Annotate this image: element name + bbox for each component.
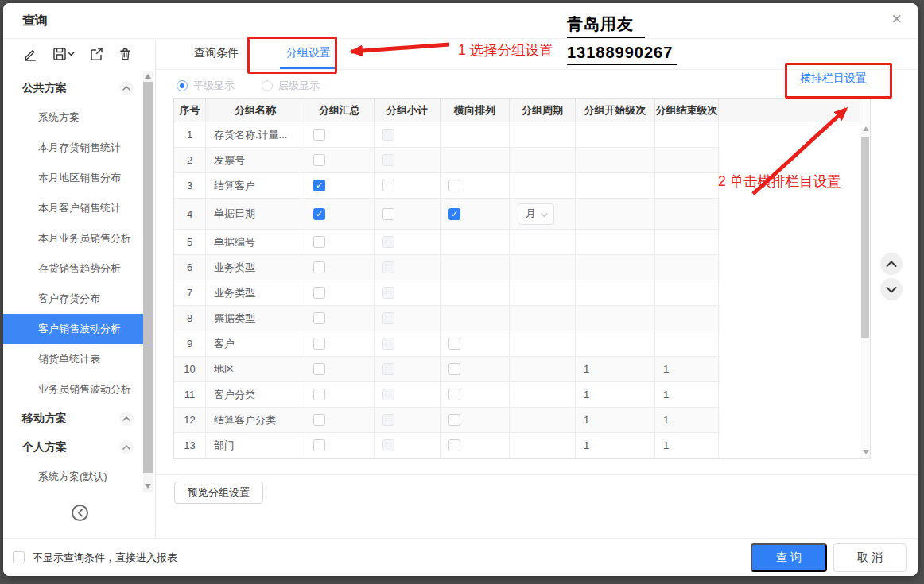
row-index-cell: 10 (174, 357, 206, 381)
group-subtotal-checkbox[interactable] (382, 180, 394, 191)
group-period-cell (510, 280, 576, 305)
table-cell (441, 306, 510, 331)
title-bar: 查询 × (3, 3, 918, 39)
scroll-down-icon[interactable] (863, 450, 869, 454)
group-summary-checkbox[interactable] (313, 129, 325, 141)
group-name-cell: 存货名称.计量... (206, 122, 305, 147)
group-summary-checkbox[interactable] (313, 389, 325, 400)
scroll-up-icon[interactable] (863, 126, 869, 131)
group-period-cell: 月 (510, 199, 576, 229)
chevron-down-icon (886, 286, 897, 293)
close-icon[interactable]: × (891, 10, 902, 28)
group-subtotal-checkbox (382, 129, 394, 141)
preview-grouping-button[interactable]: 预览分组设置 (174, 482, 263, 504)
radio-unselected-icon[interactable] (262, 80, 273, 91)
scheme-section-header[interactable]: 移动方案 (3, 404, 143, 433)
export-icon[interactable] (88, 46, 104, 62)
horizontal-arrange-checkbox[interactable] (448, 363, 460, 375)
group-name-cell: 单据编号 (206, 230, 305, 254)
end-level-cell: 1 (655, 382, 719, 407)
group-summary-checkbox[interactable]: ✓ (313, 208, 325, 220)
move-row-down-button[interactable] (880, 278, 903, 300)
sidebar-item[interactable]: 业务员销售波动分析 (3, 374, 143, 404)
sidebar-item[interactable]: 本月客户销售统计 (3, 193, 143, 223)
sidebar-scrollbar[interactable] (143, 71, 153, 492)
column-header: 分组汇总 (305, 99, 375, 122)
end-level-cell: 1 (655, 357, 719, 381)
scrollbar-thumb[interactable] (861, 137, 869, 338)
group-summary-checkbox[interactable]: ✓ (313, 180, 325, 191)
table-cell (441, 280, 510, 305)
table-cell (305, 382, 375, 407)
scrollbar-thumb[interactable] (143, 82, 153, 473)
move-row-up-button[interactable] (880, 253, 903, 275)
scheme-section-header[interactable]: 个人方案 (3, 433, 143, 462)
table-cell (305, 331, 375, 356)
sidebar-item[interactable]: 本月业务员销售分析 (3, 223, 143, 253)
edit-icon[interactable] (23, 46, 38, 62)
sidebar-item[interactable]: 本月存货销售统计 (3, 133, 143, 163)
table-cell (305, 306, 375, 331)
group-subtotal-checkbox (382, 287, 394, 299)
radio-hierarchy-display[interactable]: 层级显示 (262, 79, 320, 93)
sidebar-item[interactable]: 客户销售波动分析 (3, 314, 143, 344)
sidebar-item[interactable]: 系统方案(默认) (3, 462, 143, 490)
table-cell (305, 357, 375, 381)
cancel-button[interactable]: 取 消 (833, 543, 907, 572)
start-level-cell (576, 148, 655, 172)
group-summary-checkbox[interactable] (313, 154, 325, 166)
chevron-up-icon[interactable] (119, 440, 134, 454)
horizontal-arrange-checkbox[interactable] (448, 439, 460, 451)
table-scrollbar[interactable] (860, 99, 870, 458)
table-cell (305, 122, 375, 147)
scroll-up-icon[interactable] (145, 74, 151, 79)
group-subtotal-checkbox[interactable] (382, 208, 394, 220)
row-index-cell: 8 (174, 306, 206, 331)
dialog-title: 查询 (22, 13, 48, 29)
period-select[interactable]: 月 (518, 203, 554, 225)
sidebar-item[interactable]: 系统方案 (3, 102, 143, 133)
radio-flat-display[interactable]: 平级显示 (177, 79, 235, 93)
query-button[interactable]: 查 询 (751, 543, 827, 572)
scheme-section-header[interactable]: 公共方案 (3, 74, 143, 102)
group-period-cell (510, 331, 576, 356)
save-icon[interactable] (52, 46, 75, 62)
start-level-cell: 1 (576, 433, 655, 458)
group-name-cell: 单据日期 (206, 199, 305, 229)
horizontal-arrange-checkbox[interactable] (448, 180, 460, 191)
sidebar-item[interactable]: 客户存货分布 (3, 284, 143, 314)
group-summary-checkbox[interactable] (313, 363, 325, 375)
horizontal-arrange-checkbox[interactable] (448, 338, 460, 350)
sidebar-collapse-button[interactable] (72, 505, 88, 521)
group-summary-checkbox[interactable] (313, 338, 325, 350)
group-summary-checkbox[interactable] (313, 236, 325, 248)
horizontal-columns-settings-link[interactable]: 横排栏目设置 (800, 72, 867, 86)
table-row: 3结算客户✓ (174, 173, 720, 199)
group-summary-checkbox[interactable] (313, 414, 325, 426)
horizontal-arrange-checkbox[interactable]: ✓ (448, 208, 460, 220)
sidebar-item[interactable]: 销货单统计表 (3, 344, 143, 374)
chevron-up-icon[interactable] (119, 412, 134, 426)
row-index-cell: 7 (174, 280, 206, 305)
table-cell (441, 173, 510, 198)
tab-group-settings[interactable]: 分组设置 (280, 39, 337, 69)
group-summary-checkbox[interactable] (313, 312, 325, 324)
period-value: 月 (526, 207, 536, 221)
table-row: 2发票号 (174, 148, 720, 173)
tab-query-conditions[interactable]: 查询条件 (188, 39, 245, 69)
skip-conditions-checkbox[interactable] (13, 551, 25, 563)
group-name-cell: 业务类型 (206, 280, 305, 305)
row-index-cell: 2 (174, 148, 206, 172)
radio-selected-icon[interactable] (177, 80, 188, 91)
sidebar-item[interactable]: 本月地区销售分布 (3, 163, 143, 193)
scroll-down-icon[interactable] (145, 484, 151, 489)
horizontal-arrange-checkbox[interactable] (448, 414, 460, 426)
group-summary-checkbox[interactable] (313, 287, 325, 299)
delete-icon[interactable] (118, 46, 133, 62)
sidebar-item[interactable]: 存货销售趋势分析 (3, 253, 143, 284)
table-cell (375, 408, 441, 432)
group-summary-checkbox[interactable] (313, 261, 325, 273)
horizontal-arrange-checkbox[interactable] (448, 389, 460, 400)
chevron-up-icon[interactable] (119, 81, 134, 95)
group-summary-checkbox[interactable] (313, 439, 325, 451)
